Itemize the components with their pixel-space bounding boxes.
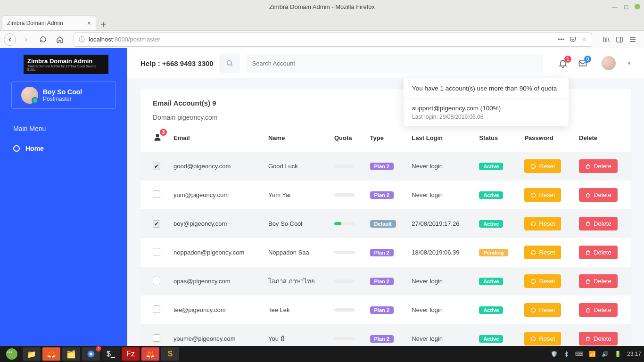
gitlab-app[interactable]: 🦊	[141, 347, 159, 361]
firefox-app[interactable]: 🦊	[42, 347, 60, 361]
notifications-bell[interactable]: 1	[558, 58, 568, 68]
reset-button[interactable]: Reset	[524, 159, 561, 173]
forward-button[interactable]	[19, 33, 33, 47]
row-checkbox[interactable]	[153, 248, 160, 255]
delete-button[interactable]: Delete	[579, 188, 618, 202]
cell-email: boy@pigeoncy.com	[169, 209, 264, 238]
bookmark-star-icon[interactable]: ☆	[581, 36, 587, 43]
tab-close-icon[interactable]: ×	[87, 19, 91, 27]
window-title: Zimbra Domain Admin - Mozilla Firefox	[269, 3, 375, 10]
profile-role: Postmaster	[43, 96, 82, 102]
popup-header: You have 1 account(s) use more than 90% …	[404, 78, 569, 99]
browser-tab[interactable]: Zimbra Domain Admin ×	[2, 15, 96, 30]
reset-button[interactable]: Reset	[524, 332, 561, 346]
library-icon[interactable]	[603, 36, 610, 43]
cell-name: You มี	[264, 324, 330, 346]
reset-button[interactable]: Reset	[524, 246, 561, 259]
battery-icon[interactable]: 🔋	[614, 351, 621, 357]
cell-quota	[330, 267, 365, 296]
svg-point-1	[227, 61, 231, 65]
files-app[interactable]: 📁	[23, 347, 41, 361]
th-delete: Delete	[574, 124, 631, 152]
reset-button[interactable]: Reset	[524, 217, 561, 230]
pocket-icon[interactable]	[569, 36, 577, 43]
row-checkbox[interactable]	[153, 190, 160, 198]
home-button[interactable]	[53, 33, 67, 47]
sidebar-item-home[interactable]: Home	[0, 139, 127, 158]
start-menu[interactable]: ⋯	[3, 347, 21, 361]
logo-subtitle: Zimbra Domain Admin for Zimbra Open Sour…	[27, 65, 105, 71]
cell-type: Plan 2	[365, 324, 407, 346]
site-info-icon[interactable]: ⓘ	[79, 35, 85, 44]
mail-icon[interactable]: 0	[578, 58, 587, 68]
reload-button[interactable]	[36, 33, 50, 47]
minimize-button[interactable]: —	[612, 4, 618, 9]
popup-item[interactable]: support@pigeoncy.com (100%) Last login: …	[404, 99, 569, 126]
filezilla-app[interactable]: Fz	[122, 347, 140, 361]
cell-status: Active	[474, 324, 520, 346]
table-row: ✔boy@pigeoncy.comBoy So CoolDefault27/08…	[140, 209, 631, 238]
logo-title: Zimbra Domain Admin	[27, 58, 105, 65]
close-window-button[interactable]	[635, 4, 640, 9]
cell-status: Active	[474, 296, 520, 324]
keyboard-icon[interactable]: ⌨	[575, 351, 583, 357]
url-host: localhost	[89, 36, 113, 43]
delete-button[interactable]: Delete	[579, 246, 618, 259]
cell-last-login: Never login	[407, 324, 474, 346]
chrome-badge: 2	[96, 346, 101, 352]
delete-button[interactable]: Delete	[579, 303, 618, 317]
delete-button[interactable]: Delete	[579, 332, 618, 346]
chrome-app[interactable]: 2	[82, 347, 100, 361]
popup-sub: Last login: 29/08/2019:06.06	[412, 114, 560, 120]
reset-button[interactable]: Reset	[524, 274, 561, 288]
user-count-badge: 3	[160, 129, 167, 136]
menu-header: Main Menu	[0, 118, 127, 139]
profile-card[interactable]: Boy So Cool Postmaster	[11, 82, 116, 109]
row-checkbox[interactable]: ✔	[153, 220, 160, 228]
row-checkbox[interactable]	[153, 277, 160, 284]
files2-app[interactable]: 🗂️	[62, 347, 80, 361]
url-bar[interactable]: ⓘ localhost:8000/postmaster ••• ☆	[74, 33, 592, 47]
new-tab-button[interactable]: +	[96, 19, 110, 30]
help-text: Help : +668 9493 3300	[140, 59, 214, 67]
reset-button[interactable]: Reset	[524, 303, 561, 317]
cell-type: Plan 2	[365, 152, 407, 181]
volume-icon[interactable]: 🔊	[602, 351, 609, 357]
th-type: Type	[365, 124, 407, 152]
os-titlebar: Zimbra Domain Admin - Mozilla Firefox — …	[0, 0, 644, 13]
tab-title: Zimbra Domain Admin	[7, 20, 63, 26]
maximize-button[interactable]: ▢	[623, 4, 629, 9]
sidebar-icon[interactable]	[616, 36, 623, 43]
cell-name: Tee Lek	[264, 296, 330, 324]
search-button[interactable]	[219, 54, 240, 73]
profile-name: Boy So Cool	[43, 88, 82, 96]
cell-last-login: Never login	[407, 152, 474, 181]
delete-button[interactable]: Delete	[579, 217, 618, 230]
wifi-icon[interactable]: 📶	[589, 351, 596, 357]
page-actions-icon[interactable]: •••	[558, 36, 564, 43]
back-button[interactable]	[4, 33, 16, 46]
cell-email: opas@pigeoncy.com	[169, 267, 264, 296]
cell-quota	[330, 152, 365, 181]
search-input[interactable]	[246, 54, 543, 73]
shield-icon[interactable]: 🛡️	[551, 351, 558, 357]
hamburger-menu-icon[interactable]	[629, 36, 636, 43]
row-checkbox[interactable]: ✔	[153, 163, 160, 170]
chevron-down-icon[interactable]: ▾	[628, 60, 631, 66]
topbar-avatar[interactable]	[602, 56, 616, 70]
bluetooth-icon[interactable]	[563, 351, 570, 357]
sublime-app[interactable]: S	[161, 347, 179, 361]
terminal-app[interactable]: $_	[102, 347, 120, 361]
delete-button[interactable]: Delete	[579, 274, 618, 288]
cell-type: Plan 2	[365, 238, 407, 267]
cell-quota	[330, 181, 365, 209]
row-checkbox[interactable]	[153, 305, 160, 313]
row-checkbox[interactable]	[153, 334, 160, 342]
cell-name: โอภาส ภาษาไทย	[264, 267, 330, 296]
accounts-card: Email Account(s) 9 Domain pigeoncy.com 3…	[140, 89, 631, 346]
delete-button[interactable]: Delete	[579, 159, 618, 173]
th-status: Status	[474, 124, 520, 152]
cell-name: Good Luck	[264, 152, 330, 181]
reset-button[interactable]: Reset	[524, 188, 561, 202]
cell-email: yum@pigeoncy.com	[169, 181, 264, 209]
